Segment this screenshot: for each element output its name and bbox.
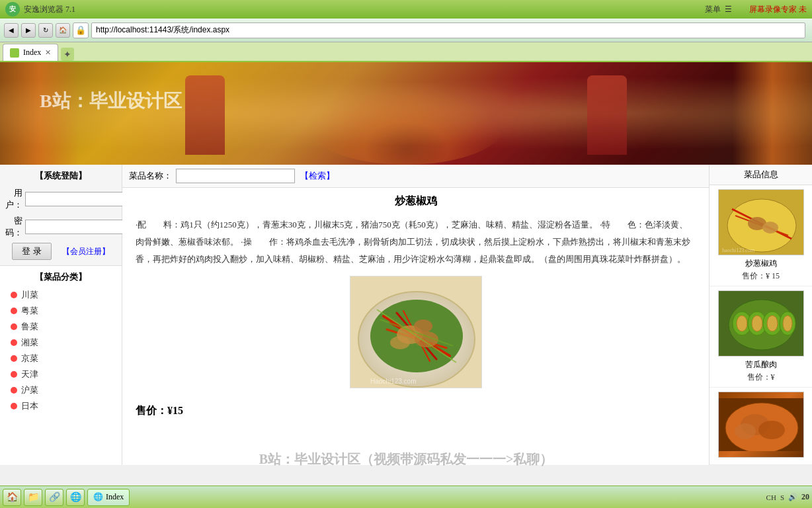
food-card-price-1: 售价：¥ 15 (713, 271, 808, 282)
svg-point-36 (735, 423, 756, 439)
home-button[interactable]: 🏠 (56, 23, 70, 38)
user-label: 用 户： (5, 187, 22, 211)
menu-icon: ☰ (725, 5, 732, 15)
category-cantonese[interactable]: 粤菜 (5, 303, 116, 319)
tab-title: Index (23, 48, 41, 58)
forward-button[interactable]: ▶ (21, 23, 36, 38)
browser-title-bar: 安 安逸浏览器 7.1 菜单 ☰ 屏幕录像专家 未 (0, 0, 812, 19)
address-bar[interactable] (91, 22, 805, 38)
login-title: 【系统登陆】 (5, 170, 116, 182)
header-banner: B站：毕业设计区 (0, 62, 812, 165)
sidebar-login: 【系统登陆】 用 户： 密 码： 登 录 【会员注册】 (0, 165, 122, 266)
category-link-shanghai[interactable]: 沪菜 (21, 384, 38, 396)
tab-close-button[interactable]: ✕ (45, 48, 51, 57)
category-beijing[interactable]: 京菜 (5, 351, 116, 366)
taskbar-s: S (780, 493, 784, 501)
food-image-svg-2 (719, 290, 803, 357)
tab-favicon (10, 48, 19, 58)
taskbar-icons: 🔊 (788, 493, 797, 501)
category-link-shandong[interactable]: 鲁菜 (21, 321, 38, 333)
category-link-beijing[interactable]: 京菜 (21, 353, 38, 364)
page-content: B站：毕业设计区 【系统登陆】 用 户： 密 码： 登 录 【会员注册】 (0, 62, 812, 486)
category-sichuan[interactable]: 川菜 (5, 287, 116, 303)
browser-logo: 安 (5, 2, 20, 17)
taskbar-folder-button[interactable]: 📁 (24, 489, 42, 506)
new-tab-button[interactable]: ✦ (61, 48, 74, 61)
category-dot (11, 308, 17, 314)
category-hunan[interactable]: 湘菜 (5, 335, 116, 351)
food-card-1[interactable]: haochi123.com 炒葱椒鸡 售价：¥ 15 (710, 185, 812, 286)
register-link[interactable]: 【会员注册】 (62, 246, 110, 257)
food-card-name-1: 炒葱椒鸡 (713, 258, 808, 269)
svg-point-35 (758, 421, 785, 439)
search-bar: 菜品名称： 【检索】 (122, 165, 709, 188)
sidebar: 【系统登陆】 用 户： 密 码： 登 录 【会员注册】 【菜品分类】 (0, 165, 122, 465)
svg-point-10 (390, 336, 410, 349)
svg-point-29 (767, 316, 778, 331)
dish-title: 炒葱椒鸡 (136, 194, 696, 208)
center-content: 菜品名称： 【检索】 炒葱椒鸡 ·配 料：鸡1只（约1250克），青葱末30克，… (122, 165, 710, 465)
taskbar-app-label: Index (106, 492, 124, 502)
taskbar-app-browser[interactable]: 🌐 Index (87, 489, 130, 506)
user-row: 用 户： (5, 187, 116, 211)
taskbar-browser-button[interactable]: 🌐 (66, 489, 85, 506)
category-dot (11, 339, 17, 346)
menu-label: 菜单 (705, 4, 721, 15)
figure-left (185, 75, 225, 155)
food-card-2[interactable]: 苦瓜酿肉 售价：¥ (710, 286, 812, 388)
dish-price: 售价：¥15 (136, 404, 696, 418)
username-input[interactable] (25, 192, 131, 206)
svg-point-25 (737, 316, 747, 331)
tab-bar: Index ✕ ✦ (0, 42, 812, 62)
banner-table (307, 85, 505, 165)
right-panel: 菜品信息 haochi123.com 炒葱椒鸡 售价：¥ 15 (710, 165, 812, 465)
security-icon: 🔒 (73, 22, 89, 38)
dish-image-container: Haochi123.com (136, 276, 696, 396)
svg-point-20 (762, 222, 778, 233)
search-input[interactable] (176, 169, 295, 183)
taskbar-favicon: 🌐 (93, 492, 103, 502)
dish-description: ·配 料：鸡1只（约1250克），青葱末30克，川椒末5克，猪油750克（耗50… (136, 216, 696, 268)
category-link-sichuan[interactable]: 川菜 (21, 289, 38, 301)
category-tianjin[interactable]: 天津 (5, 366, 116, 382)
svg-point-27 (752, 316, 762, 331)
category-dot (11, 355, 17, 362)
svg-text:Haochi123.com: Haochi123.com (370, 378, 416, 385)
food-image-svg-3 (719, 398, 803, 451)
back-button[interactable]: ◀ (4, 23, 19, 38)
dish-svg: Haochi123.com (350, 276, 482, 388)
search-button[interactable]: 【检索】 (300, 170, 335, 182)
browser-menu[interactable]: 菜单 ☰ 屏幕录像专家 未 (705, 4, 807, 15)
category-link-tianjin[interactable]: 天津 (21, 368, 38, 380)
food-card-name-2: 苦瓜酿肉 (713, 359, 808, 370)
browser-title: 安逸浏览器 7.1 (24, 4, 75, 15)
category-shanghai[interactable]: 沪菜 (5, 382, 116, 398)
category-dot (11, 371, 17, 378)
taskbar-link-button[interactable]: 🔗 (45, 489, 63, 506)
taskbar-start-button[interactable]: 🏠 (3, 489, 21, 506)
category-link-cantonese[interactable]: 粤菜 (21, 305, 38, 317)
food-card-image-2 (718, 290, 804, 357)
pwd-label: 密 码： (5, 215, 22, 239)
category-dot (11, 292, 17, 298)
food-card-image-1: haochi123.com (718, 189, 804, 255)
login-button[interactable]: 登 录 (12, 243, 52, 260)
category-link-hunan[interactable]: 湘菜 (21, 337, 38, 349)
svg-point-11 (414, 319, 432, 333)
category-shandong[interactable]: 鲁菜 (5, 319, 116, 335)
taskbar-ch: CH (766, 493, 776, 501)
taskbar-clock: 20 (801, 492, 809, 502)
category-dot (11, 387, 17, 394)
category-japan[interactable]: 日本 (5, 398, 116, 414)
food-card-3[interactable] (710, 388, 812, 465)
pwd-row: 密 码： (5, 215, 116, 239)
svg-point-31 (783, 316, 792, 331)
refresh-button[interactable]: ↻ (38, 23, 53, 38)
category-link-japan[interactable]: 日本 (21, 400, 38, 412)
nav-bar: ◀ ▶ ↻ 🏠 🔒 (0, 19, 812, 42)
figure-right (587, 75, 627, 155)
password-input[interactable] (25, 220, 131, 234)
tab-index[interactable]: Index ✕ (3, 44, 58, 61)
taskbar-right: CH S 🔊 20 (766, 492, 809, 502)
category-title: 【菜品分类】 (5, 271, 116, 283)
